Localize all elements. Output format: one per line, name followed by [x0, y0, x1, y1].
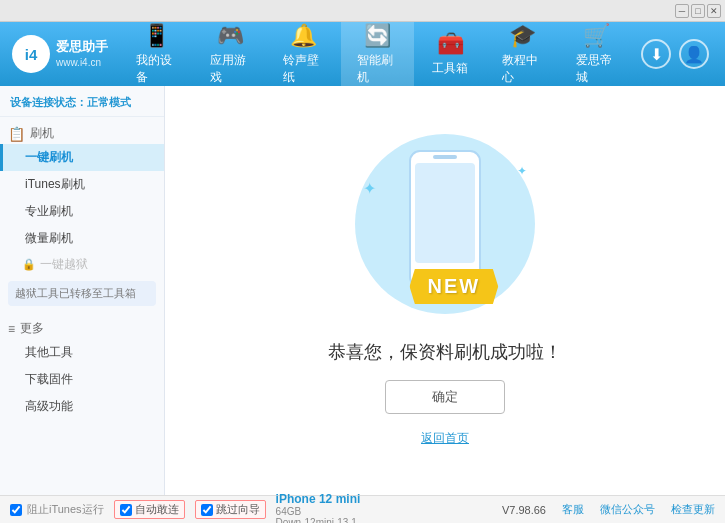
- more-section-icon: ≡: [8, 322, 15, 336]
- customer-service-link[interactable]: 客服: [562, 502, 584, 517]
- device-info: iPhone 12 mini 64GB Down-12mini-13,1: [276, 492, 361, 524]
- nav-item-sifu-store[interactable]: 🛒爱思帝城: [560, 22, 634, 86]
- jailbreak-info-box: 越狱工具已转移至工具箱: [8, 281, 156, 306]
- device-name: iPhone 12 mini: [276, 492, 361, 506]
- nav-item-my-device[interactable]: 📱我的设备: [120, 22, 194, 86]
- sidebar-item-jailbreak: 🔒 一键越狱: [0, 252, 164, 277]
- sidebar-item-other-tools[interactable]: 其他工具: [0, 339, 164, 366]
- app-logo: i4 爱思助手 www.i4.cn: [8, 22, 120, 86]
- version-label: V7.98.66: [502, 504, 546, 516]
- check-update-link[interactable]: 检查更新: [671, 502, 715, 517]
- nav-right-actions: ⬇ 👤: [633, 22, 717, 86]
- apps-games-nav-label: 应用游戏: [210, 52, 252, 86]
- apps-games-nav-icon: 🎮: [217, 23, 244, 49]
- wechat-link[interactable]: 微信公众号: [600, 502, 655, 517]
- phone-illustration: ✦ ✦ NEW: [335, 124, 555, 324]
- toolbox-nav-icon: 🧰: [437, 31, 464, 57]
- svg-rect-3: [433, 155, 457, 159]
- nav-item-smart-flash[interactable]: 🔄智能刷机: [341, 22, 415, 86]
- auto-connect-checkbox[interactable]: 自动敢连: [114, 500, 185, 519]
- user-button[interactable]: 👤: [679, 39, 709, 69]
- logo-icon: i4: [12, 35, 50, 73]
- ringtones-nav-icon: 🔔: [290, 23, 317, 49]
- content-inner: ✦ ✦ NEW 恭喜您，保资料刷机成功啦！: [328, 124, 562, 447]
- download-button[interactable]: ⬇: [641, 39, 671, 69]
- sidebar-item-itunes-flash[interactable]: iTunes刷机: [0, 171, 164, 198]
- content-area: ✦ ✦ NEW 恭喜您，保资料刷机成功啦！: [165, 86, 725, 495]
- logo-text: 爱思助手 www.i4.cn: [56, 38, 108, 70]
- main-layout: 设备连接状态：正常模式 📋 刷机 一键刷机 iTunes刷机 专业刷机 微量刷机…: [0, 86, 725, 495]
- tutorials-nav-icon: 🎓: [509, 23, 536, 49]
- bottom-right-links: V7.98.66 客服 微信公众号 检查更新: [502, 502, 715, 517]
- itunes-stop-checkbox[interactable]: [10, 504, 22, 516]
- flash-section-icon: 📋: [8, 126, 25, 142]
- minimize-button[interactable]: ─: [675, 4, 689, 18]
- tutorials-nav-label: 教程中心: [502, 52, 544, 86]
- my-device-nav-label: 我的设备: [136, 52, 178, 86]
- star-right-icon: ✦: [517, 164, 527, 178]
- new-badge: NEW: [410, 269, 499, 304]
- confirm-button[interactable]: 确定: [385, 380, 505, 414]
- device-detail: Down-12mini-13,1: [276, 517, 361, 524]
- my-device-nav-icon: 📱: [143, 23, 170, 49]
- maximize-button[interactable]: □: [691, 4, 705, 18]
- bottom-bar: 阻止iTunes运行 自动敢连 跳过向导 iPhone 12 mini 64GB…: [0, 495, 725, 523]
- toolbox-nav-label: 工具箱: [432, 60, 468, 77]
- sidebar-item-download-firmware[interactable]: 下载固件: [0, 366, 164, 393]
- sifu-store-nav-label: 爱思帝城: [576, 52, 618, 86]
- close-button[interactable]: ✕: [707, 4, 721, 18]
- star-left-icon: ✦: [363, 179, 376, 198]
- title-bar: ─ □ ✕: [0, 0, 725, 22]
- section-title-flash: 📋 刷机: [0, 121, 164, 144]
- sidebar-item-pro-flash[interactable]: 专业刷机: [0, 198, 164, 225]
- nav-item-apps-games[interactable]: 🎮应用游戏: [194, 22, 268, 86]
- sidebar-item-one-key-flash[interactable]: 一键刷机: [0, 144, 164, 171]
- status-bar: 设备连接状态：正常模式: [0, 90, 164, 117]
- sidebar: 设备连接状态：正常模式 📋 刷机 一键刷机 iTunes刷机 专业刷机 微量刷机…: [0, 86, 165, 495]
- section-title-more: ≡ 更多: [0, 314, 164, 339]
- smart-flash-nav-label: 智能刷机: [357, 52, 399, 86]
- skip-wizard-checkbox[interactable]: 跳过向导: [195, 500, 266, 519]
- back-link[interactable]: 返回首页: [421, 430, 469, 447]
- lock-icon: 🔒: [22, 258, 36, 271]
- sidebar-item-advanced[interactable]: 高级功能: [0, 393, 164, 420]
- itunes-status: 阻止iTunes运行: [10, 502, 104, 517]
- device-storage: 64GB: [276, 506, 361, 517]
- ringtones-nav-label: 铃声壁纸: [283, 52, 325, 86]
- bottom-checkboxes: 自动敢连 跳过向导: [114, 500, 266, 519]
- smart-flash-nav-icon: 🔄: [364, 23, 391, 49]
- nav-item-tutorials[interactable]: 🎓教程中心: [486, 22, 560, 86]
- sidebar-item-micro-flash[interactable]: 微量刷机: [0, 225, 164, 252]
- congrats-text: 恭喜您，保资料刷机成功啦！: [328, 340, 562, 364]
- nav-item-ringtones[interactable]: 🔔铃声壁纸: [267, 22, 341, 86]
- nav-bar: i4 爱思助手 www.i4.cn 📱我的设备🎮应用游戏🔔铃声壁纸🔄智能刷机🧰工…: [0, 22, 725, 86]
- sifu-store-nav-icon: 🛒: [583, 23, 610, 49]
- nav-items: 📱我的设备🎮应用游戏🔔铃声壁纸🔄智能刷机🧰工具箱🎓教程中心🛒爱思帝城: [120, 22, 633, 86]
- svg-rect-1: [415, 163, 475, 263]
- nav-item-toolbox[interactable]: 🧰工具箱: [414, 22, 486, 86]
